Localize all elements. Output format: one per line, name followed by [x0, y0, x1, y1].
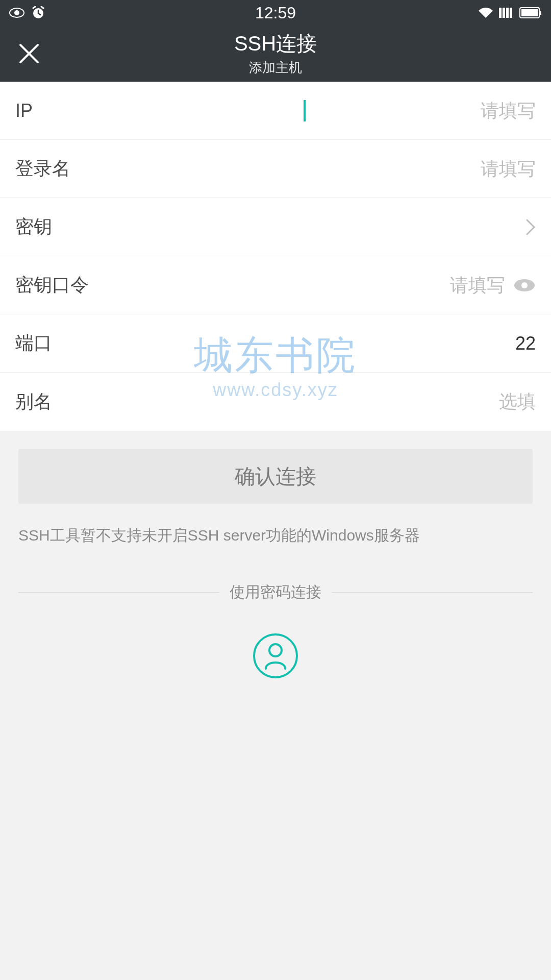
password-login-button[interactable]: [18, 633, 533, 678]
divider-line-left: [18, 592, 219, 593]
label-ip: IP: [15, 100, 33, 121]
ssh-note: SSH工具暂不支持未开启SSH server功能的Windows服务器: [18, 525, 533, 546]
status-left: [9, 6, 45, 19]
port-field[interactable]: [307, 333, 536, 354]
svg-rect-8: [521, 9, 538, 16]
divider-text: 使用密码连接: [230, 582, 321, 603]
svg-rect-6: [510, 8, 512, 18]
label-key: 密钥: [15, 214, 52, 239]
alarm-icon: [32, 6, 45, 19]
label-passphrase: 密钥口令: [15, 273, 89, 298]
close-icon: [18, 43, 40, 64]
close-button[interactable]: [17, 42, 41, 65]
status-right: [478, 7, 542, 19]
svg-rect-4: [503, 8, 505, 18]
svg-point-1: [14, 10, 19, 15]
label-port: 端口: [15, 331, 52, 356]
login-field[interactable]: [307, 158, 536, 180]
status-time: 12:59: [0, 4, 551, 22]
chevron-right-icon: [525, 218, 536, 236]
page-subtitle: 添加主机: [249, 59, 302, 77]
signal-icon: [499, 7, 514, 19]
confirm-connect-button[interactable]: 确认连接: [18, 449, 533, 504]
bottom-section: 确认连接 SSH工具暂不支持未开启SSH server功能的Windows服务器…: [0, 431, 551, 697]
row-key[interactable]: 密钥: [0, 198, 551, 256]
divider-line-right: [332, 592, 533, 593]
svg-rect-5: [506, 8, 509, 18]
battery-icon: [519, 7, 542, 18]
row-alias[interactable]: 别名: [0, 373, 551, 431]
svg-rect-3: [499, 8, 502, 18]
row-port[interactable]: 端口: [0, 314, 551, 373]
wifi-icon: [478, 7, 494, 19]
password-login-divider: 使用密码连接: [18, 582, 533, 603]
ssh-form: IP 登录名 密钥 密钥口令 端口 别名: [0, 82, 551, 431]
passphrase-field[interactable]: [276, 275, 505, 296]
label-alias: 别名: [15, 389, 52, 414]
alias-field[interactable]: [307, 391, 536, 412]
svg-rect-9: [540, 11, 541, 15]
eye-icon: [9, 8, 24, 18]
user-icon: [253, 633, 298, 678]
show-password-icon[interactable]: [513, 278, 536, 293]
page-title: SSH连接: [234, 31, 317, 56]
svg-point-11: [521, 282, 528, 288]
ip-field[interactable]: [304, 100, 536, 121]
row-ip[interactable]: IP: [0, 82, 551, 140]
label-login: 登录名: [15, 156, 70, 181]
row-passphrase[interactable]: 密钥口令: [0, 256, 551, 314]
status-bar: 12:59: [0, 0, 551, 26]
app-header: SSH连接 添加主机: [0, 26, 551, 82]
row-login[interactable]: 登录名: [0, 140, 551, 198]
svg-point-12: [269, 644, 282, 656]
